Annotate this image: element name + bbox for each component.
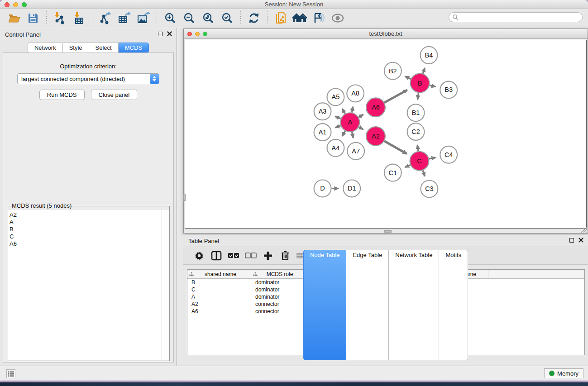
svg-text:B4: B4 [425, 52, 433, 59]
first-neighbors-icon[interactable] [292, 11, 307, 25]
node-C4[interactable]: C4 [440, 146, 457, 163]
refresh-icon[interactable] [246, 11, 262, 25]
table-panel-title: Table Panel [188, 238, 219, 244]
tab-motifs[interactable]: Motifs [439, 250, 468, 360]
list-item[interactable]: C [10, 233, 162, 240]
zoom-in-icon[interactable] [163, 11, 178, 25]
edge-A-A5[interactable] [342, 109, 345, 114]
edge-C-C1[interactable] [405, 165, 410, 167]
edge-B-B1[interactable] [418, 93, 419, 99]
hide-details-icon[interactable] [311, 11, 326, 25]
list-item[interactable]: B [10, 226, 162, 233]
tab-node-table[interactable]: Node Table [303, 250, 347, 360]
edge-C-C3[interactable] [423, 170, 425, 176]
node-A[interactable]: A [340, 113, 359, 132]
edge-A-A6[interactable] [359, 114, 363, 117]
float-table-panel-icon[interactable] [569, 238, 574, 243]
svg-text:C: C [417, 157, 421, 165]
node-A2[interactable]: A2 [366, 127, 385, 146]
svg-text:C2: C2 [411, 128, 420, 135]
control-panel-tabs: NetworkStyleSelectMCDS [0, 43, 177, 53]
show-details-icon[interactable] [330, 11, 345, 25]
edge-B-B2[interactable] [405, 76, 411, 79]
edge-A2-C[interactable] [384, 141, 407, 154]
export-network-icon[interactable] [98, 11, 113, 25]
node-A4[interactable]: A4 [327, 139, 344, 157]
open-file-icon[interactable] [6, 11, 22, 25]
node-B1[interactable]: B1 [407, 104, 425, 121]
save-session-icon[interactable] [25, 11, 41, 25]
export-table-icon[interactable] [117, 11, 132, 25]
tab-network[interactable]: Network [28, 43, 63, 53]
new-network-icon[interactable] [273, 11, 288, 25]
node-C1[interactable]: C1 [384, 164, 402, 181]
tab-select[interactable]: Select [89, 43, 119, 53]
list-item[interactable]: A6 [10, 240, 162, 248]
node-A1[interactable]: A1 [314, 124, 331, 141]
search-field[interactable] [449, 12, 583, 22]
node-A5[interactable]: A5 [327, 88, 344, 105]
node-A3[interactable]: A3 [314, 103, 331, 120]
node-A8[interactable]: A8 [347, 85, 364, 102]
close-panel-icon[interactable] [167, 31, 172, 36]
vertical-scrollbar-thumb[interactable] [183, 194, 186, 201]
close-table-panel-icon[interactable] [578, 238, 583, 243]
tab-mcds[interactable]: MCDS [119, 43, 149, 53]
criterion-dropdown[interactable]: largest connected component (directed) [17, 73, 159, 84]
edge-A-A8[interactable] [352, 107, 353, 113]
import-network-icon[interactable] [52, 11, 67, 25]
edge-A-A3[interactable] [335, 116, 341, 119]
edge-B-B3[interactable] [430, 86, 435, 87]
app-window: Session: New Session [0, 0, 588, 381]
node-B3[interactable]: B3 [440, 81, 457, 99]
network-window[interactable]: testGlobe.txt B4B2BB3A5A8A6A3B1AC2A1A2A4… [183, 29, 588, 234]
desktop-wallpaper-strip [0, 382, 588, 386]
zoom-out-icon[interactable] [182, 11, 197, 25]
edge-C-C4[interactable] [429, 157, 435, 159]
close-panel-button[interactable]: Close panel [91, 90, 138, 100]
node-C2[interactable]: C2 [407, 123, 425, 140]
task-history-button[interactable] [6, 369, 15, 378]
node-A6[interactable]: A6 [366, 98, 385, 117]
edge-C-C2[interactable] [417, 145, 418, 151]
node-B4[interactable]: B4 [420, 47, 437, 64]
horizontal-scrollbar-thumb[interactable] [384, 230, 392, 233]
edge-A-A7[interactable] [352, 132, 354, 138]
node-A7[interactable]: A7 [347, 143, 364, 160]
edge-A6-B[interactable] [384, 90, 407, 103]
node-B[interactable]: B [411, 74, 430, 93]
tab-edge-table[interactable]: Edge Table [346, 250, 389, 360]
export-image-icon[interactable] [136, 11, 151, 25]
edge-A-A2[interactable] [359, 127, 363, 129]
import-table-icon[interactable] [71, 11, 86, 25]
svg-text:B: B [418, 80, 422, 87]
network-window-titlebar[interactable]: testGlobe.txt [184, 29, 588, 39]
toolbar-separator [157, 11, 157, 25]
tab-style[interactable]: Style [63, 43, 89, 53]
node-C3[interactable]: C3 [421, 181, 438, 198]
node-D[interactable]: D [314, 180, 331, 197]
list-item[interactable]: A [10, 219, 162, 226]
search-input[interactable] [459, 13, 582, 21]
list-icon [8, 372, 14, 376]
memory-button[interactable]: Memory [544, 368, 583, 378]
mcds-result-list[interactable]: A2ABCA6 [8, 210, 162, 360]
zoom-fit-icon[interactable] [201, 11, 216, 25]
edge-A-A1[interactable] [335, 126, 341, 128]
main-toolbar [0, 9, 588, 27]
list-item[interactable]: A2 [10, 211, 162, 219]
svg-text:A4: A4 [332, 144, 340, 152]
node-C[interactable]: C [410, 152, 429, 171]
resize-grip-icon[interactable] [581, 227, 587, 233]
edge-B-B4[interactable] [423, 68, 425, 73]
zoom-selected-icon[interactable] [220, 11, 235, 25]
edge-A-A4[interactable] [342, 131, 345, 136]
tab-network-table[interactable]: Network Table [389, 250, 439, 360]
network-canvas[interactable]: B4B2BB3A5A8A6A3B1AC2A1A2A4A7C4CC1DD1C3 [185, 40, 587, 229]
node-B2[interactable]: B2 [384, 62, 402, 80]
result-list-scrollbar[interactable] [162, 210, 169, 360]
run-mcds-button[interactable]: Run MCDS [39, 90, 85, 100]
node-D1[interactable]: D1 [343, 180, 360, 197]
network-graph: B4B2BB3A5A8A6A3B1AC2A1A2A4A7C4CC1DD1C3 [185, 40, 586, 228]
float-panel-icon[interactable] [158, 32, 163, 36]
